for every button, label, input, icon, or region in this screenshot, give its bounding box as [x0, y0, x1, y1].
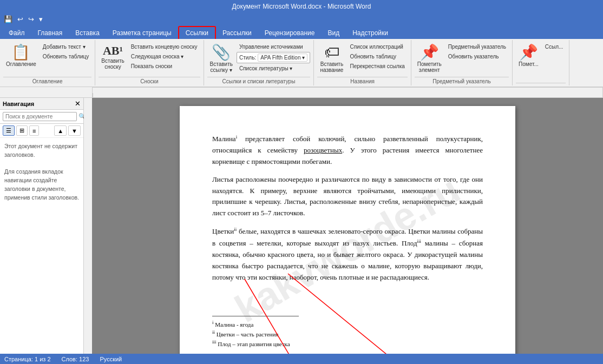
- subject-index-label: Предметный указатель: [448, 44, 506, 50]
- underlined-word-1: розоцветных: [304, 146, 342, 154]
- footnote-1: i Малина - ягода: [212, 319, 483, 329]
- footnote-ref-3: iii: [417, 239, 422, 244]
- tab-insert[interactable]: Вставка: [69, 27, 106, 39]
- ribbon-tabs: Файл Главная Вставка Разметка страницы С…: [0, 25, 603, 39]
- toa-small-buttons: Ссыл...: [542, 42, 566, 51]
- manage-sources-label: Управление источниками: [239, 44, 303, 50]
- word-count: Слов: 123: [62, 356, 89, 362]
- mark-entry-button[interactable]: 📌 Пометитьэлемент: [415, 42, 444, 76]
- nav-title: Навигация: [3, 101, 34, 107]
- cross-ref-label: Перекрестная ссылка: [350, 63, 404, 69]
- show-notes-button[interactable]: Показать сноски: [128, 62, 200, 71]
- insert-footnote-button[interactable]: AB¹ Вставитьсноску: [99, 42, 127, 72]
- main-area: Навигация ✕ 🔍 ▾ ☰ ⊞ ≡ ▲ ▼ Этот документ …: [0, 98, 603, 354]
- nav-down-button[interactable]: ▼: [68, 125, 81, 136]
- search-input[interactable]: [3, 112, 77, 121]
- footnote-3: iii Плод – этап развития цветка: [212, 339, 483, 348]
- vertical-ruler: [84, 98, 92, 354]
- svg-rect-1: [84, 98, 92, 354]
- bibliography-label: Список литературы ▾: [239, 65, 293, 71]
- ruler-svg: [93, 88, 602, 98]
- style-dropdown[interactable]: APA Fifth Edition ▾: [258, 54, 307, 62]
- bibliography-button[interactable]: Список литературы ▾: [237, 64, 311, 73]
- nav-search-area: 🔍 ▾: [0, 110, 83, 124]
- citations-group-label: Ссылки и списки литературы: [207, 77, 311, 85]
- nav-results-view[interactable]: ≡: [29, 125, 39, 136]
- footnote-ref-1: i: [236, 134, 238, 140]
- paragraph-3: Цветкиii белые, находятся в чашечках зел…: [212, 226, 483, 283]
- tab-addins[interactable]: Надстройки: [346, 27, 395, 39]
- add-text-button[interactable]: Добавить текст ▾: [40, 42, 92, 51]
- insert-endnote-button[interactable]: Вставить концевую сноску: [128, 42, 200, 51]
- mark-citation-label: Помет...: [519, 61, 539, 67]
- tab-view[interactable]: Вид: [321, 27, 346, 39]
- citations-content: 📎 Вставитьссылку ▾ Управление источникам…: [207, 41, 311, 77]
- insert-caption-button[interactable]: 🏷 Вставитьназвание: [317, 42, 346, 76]
- update-index-button[interactable]: Обновить указатель: [445, 52, 509, 61]
- toa-group-label: [516, 83, 566, 85]
- redo-btn[interactable]: ↪: [27, 15, 36, 24]
- captions-small-buttons: Список иллюстраций Обновить таблицу Пере…: [347, 42, 407, 71]
- mark-entry-icon: 📌: [420, 45, 439, 60]
- insert-citation-button[interactable]: 📎 Вставитьссылку ▾: [207, 42, 235, 76]
- nav-content-area: Этот документ не содержит заголовков. Дл…: [0, 138, 83, 354]
- nav-header: Навигация ✕: [0, 98, 83, 110]
- language: Русский: [100, 356, 122, 362]
- insert-citation-label: Вставитьссылку ▾: [210, 61, 233, 73]
- toc-icon: 📋: [11, 45, 30, 60]
- tab-mailings[interactable]: Рассылки: [216, 27, 258, 39]
- horizontal-ruler: [92, 87, 603, 98]
- next-footnote-button[interactable]: Следующая сноска ▾: [128, 52, 200, 61]
- navigation-pane: Навигация ✕ 🔍 ▾ ☰ ⊞ ≡ ▲ ▼ Этот документ …: [0, 98, 84, 354]
- footnote-2: ii Цветки – часть растения: [212, 329, 483, 339]
- show-notes-label: Показать сноски: [131, 63, 172, 69]
- tab-file[interactable]: Файл: [2, 27, 31, 39]
- customize-btn[interactable]: ▾: [37, 15, 44, 24]
- document-content: Малинаi представляет собой колючий, силь…: [212, 133, 483, 348]
- update-table-button[interactable]: Обновить таблицу: [40, 52, 92, 61]
- save-btn[interactable]: 💾: [2, 15, 14, 24]
- vruler-svg: [84, 98, 92, 354]
- subject-index-button[interactable]: Предметный указатель: [445, 42, 509, 51]
- ruler-area: [0, 87, 603, 98]
- mark-citation-button[interactable]: 📌 Помет...: [516, 42, 541, 70]
- ribbon-group-toc: 📋 Оглавление Добавить текст ▾ Обновить т…: [0, 40, 95, 85]
- document-area[interactable]: kakvworde.ru Малинаi представляет собой …: [92, 98, 603, 354]
- footnote-ref-2: ii: [234, 227, 237, 232]
- ribbon-body: 📋 Оглавление Добавить текст ▾ Обновить т…: [0, 39, 603, 87]
- tab-layout[interactable]: Разметка страницы: [106, 27, 178, 39]
- manage-sources-button[interactable]: Управление источниками: [237, 42, 311, 51]
- nav-headings-view[interactable]: ☰: [3, 125, 15, 136]
- undo-btn[interactable]: ↩: [16, 15, 25, 24]
- tab-review[interactable]: Рецензирование: [258, 27, 322, 39]
- style-value: APA Fifth Edition: [260, 55, 300, 61]
- fn3-super: iii: [212, 339, 217, 345]
- nav-close-button[interactable]: ✕: [75, 100, 81, 108]
- toc-group-label: Оглавление: [3, 77, 91, 85]
- title-text: Документ Microsoft Word.docx - Microsoft…: [232, 3, 371, 10]
- nav-up-button[interactable]: ▲: [54, 125, 67, 136]
- tab-references[interactable]: Ссылки: [178, 26, 216, 39]
- cross-ref-button[interactable]: Перекрестная ссылка: [347, 62, 407, 71]
- toa-content: 📌 Помет... Ссыл...: [516, 41, 566, 83]
- toa-button[interactable]: Ссыл...: [542, 42, 566, 51]
- update-table2-button[interactable]: Обновить таблицу: [347, 52, 407, 61]
- footnote-small-buttons: Вставить концевую сноску Следующая сноск…: [128, 42, 200, 71]
- update-table-label: Обновить таблицу: [43, 54, 89, 59]
- style-selector[interactable]: Стиль: APA Fifth Edition ▾: [237, 52, 311, 63]
- tab-home[interactable]: Главная: [31, 27, 69, 39]
- mark-entry-label: Пометитьэлемент: [417, 61, 442, 73]
- nav-pages-view[interactable]: ⊞: [16, 125, 28, 136]
- footnotes-content: AB¹ Вставитьсноску Вставить концевую сно…: [99, 41, 200, 77]
- index-group-label: Предметный указатель: [415, 77, 509, 85]
- add-text-label: Добавить текст ▾: [43, 44, 86, 50]
- mark-citation-icon: 📌: [519, 45, 538, 60]
- list-figures-label: Список иллюстраций: [350, 44, 403, 50]
- toc-button[interactable]: 📋 Оглавление: [3, 42, 39, 70]
- document-page: kakvworde.ru Малинаi представляет собой …: [180, 106, 515, 354]
- insert-caption-icon: 🏷: [324, 45, 339, 60]
- fn1-super: i: [212, 320, 214, 325]
- paragraph-1: Малинаi представляет собой колючий, силь…: [212, 133, 483, 168]
- list-figures-button[interactable]: Список иллюстраций: [347, 42, 407, 51]
- footnotes-area: i Малина - ягода ii Цветки – часть расте…: [212, 316, 483, 348]
